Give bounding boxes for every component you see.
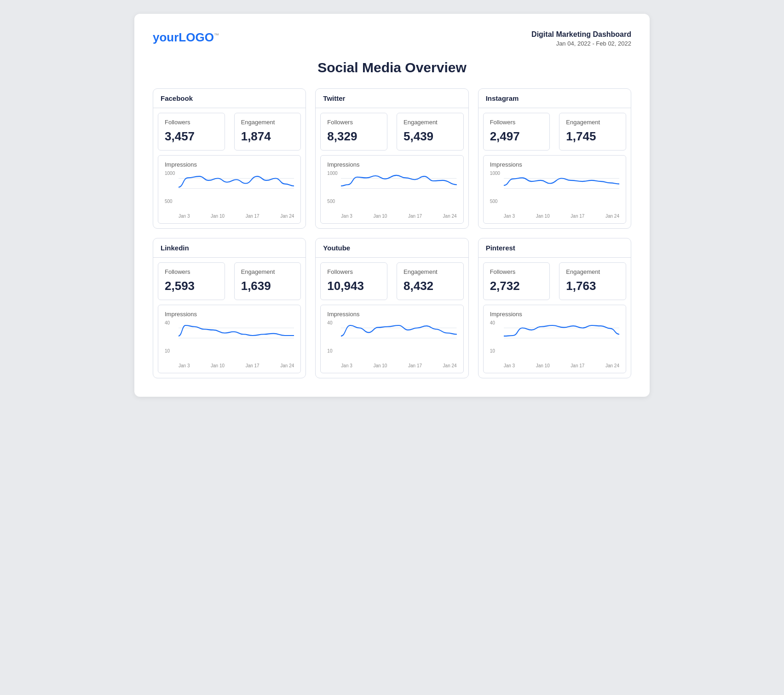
platform-card-instagram: Instagram Followers 2,497 Engagement 1,7… — [478, 88, 631, 229]
platform-name-twitter: Twitter — [316, 89, 468, 108]
platform-name-youtube: Youtube — [316, 238, 468, 258]
page-container: yourLOGO™ Digital Marketing Dashboard Ja… — [134, 14, 650, 397]
followers-label: Followers — [490, 119, 543, 126]
metrics-row-pinterest: Followers 2,732 Engagement 1,763 — [478, 258, 631, 305]
followers-label: Followers — [327, 268, 380, 275]
platform-card-youtube: Youtube Followers 10,943 Engagement 8,43… — [315, 238, 468, 378]
engagement-label: Engagement — [241, 268, 294, 275]
date-range: Jan 04, 2022 - Feb 02, 2022 — [531, 40, 631, 47]
engagement-value-instagram: 1,745 — [566, 129, 619, 144]
header: yourLOGO™ Digital Marketing Dashboard Ja… — [153, 30, 631, 47]
chart-line-youtube — [341, 325, 456, 336]
impressions-label-instagram: Impressions — [490, 161, 619, 168]
y-labels-twitter: 1000 500 — [327, 171, 341, 204]
chart-svg-pinterest — [504, 320, 619, 346]
platform-card-pinterest: Pinterest Followers 2,732 Engagement 1,7… — [478, 238, 631, 378]
x-labels-twitter: Jan 3Jan 10Jan 17Jan 24 — [327, 212, 456, 219]
platform-name-linkedin: Linkedin — [153, 238, 306, 258]
chart-line-instagram — [504, 178, 619, 185]
logo: yourLOGO™ — [153, 30, 219, 45]
followers-label: Followers — [165, 119, 218, 126]
chart-area-facebook: 1000 500 — [165, 171, 294, 212]
chart-line-facebook — [179, 176, 294, 187]
platform-name-instagram: Instagram — [478, 89, 631, 108]
engagement-value-pinterest: 1,763 — [566, 279, 619, 293]
chart-svg-instagram — [504, 171, 619, 196]
engagement-label: Engagement — [404, 268, 457, 275]
impressions-label-linkedin: Impressions — [165, 311, 294, 318]
dashboard-title: Digital Marketing Dashboard — [531, 30, 631, 39]
chart-area-twitter: 1000 500 — [327, 171, 456, 212]
metrics-row-linkedin: Followers 2,593 Engagement 1,639 — [153, 258, 306, 305]
followers-label: Followers — [327, 119, 380, 126]
impressions-label-twitter: Impressions — [327, 161, 456, 168]
metrics-row-youtube: Followers 10,943 Engagement 8,432 — [316, 258, 468, 305]
followers-value-pinterest: 2,732 — [490, 279, 543, 293]
followers-value-linkedin: 2,593 — [165, 279, 218, 293]
followers-label: Followers — [165, 268, 218, 275]
chart-area-pinterest: 40 10 — [490, 320, 619, 362]
x-labels-linkedin: Jan 3Jan 10Jan 17Jan 24 — [165, 362, 294, 368]
engagement-label: Engagement — [404, 119, 457, 126]
chart-svg-facebook — [179, 171, 294, 196]
metrics-row-facebook: Followers 3,457 Engagement 1,874 — [153, 108, 306, 155]
followers-box-facebook: Followers 3,457 — [158, 113, 225, 151]
y-labels-pinterest: 40 10 — [490, 320, 504, 353]
impressions-label-facebook: Impressions — [165, 161, 294, 168]
logo-prefix: your — [153, 30, 179, 44]
metrics-row-instagram: Followers 2,497 Engagement 1,745 — [478, 108, 631, 155]
engagement-box-twitter: Engagement 5,439 — [397, 113, 464, 151]
y-labels-facebook: 1000 500 — [165, 171, 179, 204]
metrics-row-twitter: Followers 8,329 Engagement 5,439 — [316, 108, 468, 155]
platform-card-linkedin: Linkedin Followers 2,593 Engagement 1,63… — [153, 238, 306, 378]
impressions-label-pinterest: Impressions — [490, 311, 619, 318]
engagement-box-linkedin: Engagement 1,639 — [234, 262, 301, 300]
chart-area-youtube: 40 10 — [327, 320, 456, 362]
logo-brand: LOGO — [179, 30, 214, 44]
engagement-label: Engagement — [566, 268, 619, 275]
platform-name-pinterest: Pinterest — [478, 238, 631, 258]
followers-box-youtube: Followers 10,943 — [320, 262, 387, 300]
chart-box-pinterest: Impressions 40 10 Jan 3Jan 10Jan 17Jan 2… — [483, 305, 626, 373]
followers-value-facebook: 3,457 — [165, 129, 218, 144]
platform-card-twitter: Twitter Followers 8,329 Engagement 5,439… — [315, 88, 468, 229]
engagement-box-instagram: Engagement 1,745 — [559, 113, 626, 151]
engagement-value-youtube: 8,432 — [404, 279, 457, 293]
chart-svg-youtube — [341, 320, 456, 346]
followers-label: Followers — [490, 268, 543, 275]
followers-box-pinterest: Followers 2,732 — [483, 262, 550, 300]
engagement-box-facebook: Engagement 1,874 — [234, 113, 301, 151]
x-labels-pinterest: Jan 3Jan 10Jan 17Jan 24 — [490, 362, 619, 368]
y-labels-linkedin: 40 10 — [165, 320, 179, 353]
engagement-value-twitter: 5,439 — [404, 129, 457, 144]
followers-value-youtube: 10,943 — [327, 279, 380, 293]
followers-box-twitter: Followers 8,329 — [320, 113, 387, 151]
chart-svg-linkedin — [179, 320, 294, 346]
platforms-grid: Facebook Followers 3,457 Engagement 1,87… — [153, 88, 631, 378]
y-labels-youtube: 40 10 — [327, 320, 341, 353]
chart-line-linkedin — [179, 325, 294, 336]
x-labels-youtube: Jan 3Jan 10Jan 17Jan 24 — [327, 362, 456, 368]
chart-box-twitter: Impressions 1000 500 Jan 3Jan 10Jan 17Ja… — [320, 155, 463, 224]
y-labels-instagram: 1000 500 — [490, 171, 504, 204]
engagement-label: Engagement — [566, 119, 619, 126]
engagement-box-pinterest: Engagement 1,763 — [559, 262, 626, 300]
engagement-box-youtube: Engagement 8,432 — [397, 262, 464, 300]
followers-value-twitter: 8,329 — [327, 129, 380, 144]
chart-area-linkedin: 40 10 — [165, 320, 294, 362]
chart-line-pinterest — [504, 325, 619, 336]
impressions-label-youtube: Impressions — [327, 311, 456, 318]
header-right: Digital Marketing Dashboard Jan 04, 2022… — [531, 30, 631, 47]
chart-box-facebook: Impressions 1000 500 Jan 3Jan 10Jan 17Ja… — [158, 155, 301, 224]
followers-box-linkedin: Followers 2,593 — [158, 262, 225, 300]
chart-box-instagram: Impressions 1000 500 Jan 3Jan 10Jan 17Ja… — [483, 155, 626, 224]
chart-box-linkedin: Impressions 40 10 Jan 3Jan 10Jan 17Jan 2… — [158, 305, 301, 373]
chart-svg-twitter — [341, 171, 456, 196]
engagement-value-linkedin: 1,639 — [241, 279, 294, 293]
page-title: Social Media Overview — [153, 60, 631, 75]
platform-name-facebook: Facebook — [153, 89, 306, 108]
chart-box-youtube: Impressions 40 10 Jan 3Jan 10Jan 17Jan 2… — [320, 305, 463, 373]
followers-value-instagram: 2,497 — [490, 129, 543, 144]
followers-box-instagram: Followers 2,497 — [483, 113, 550, 151]
chart-line-twitter — [341, 175, 456, 186]
